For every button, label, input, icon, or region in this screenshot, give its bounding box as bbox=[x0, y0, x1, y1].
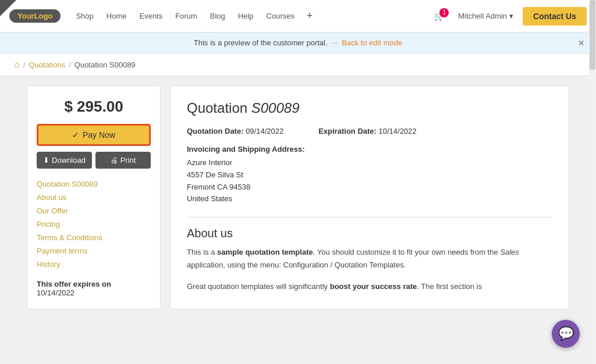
address-line3: Fremont CA 94538 bbox=[187, 181, 552, 194]
page-scrollbar[interactable] bbox=[589, 0, 596, 319]
about-p2-bold: boost your success rate bbox=[330, 282, 417, 291]
pay-now-label: Pay Now bbox=[83, 130, 115, 140]
nav-events[interactable]: Events bbox=[133, 8, 168, 24]
navbar: YourLogo Shop Home Events Forum Blog Hel… bbox=[0, 0, 596, 33]
print-button[interactable]: 🖨 Print bbox=[95, 152, 151, 169]
sidebar-about-link[interactable]: About us bbox=[37, 192, 151, 202]
about-p1-pre: This is a bbox=[187, 248, 217, 256]
info-row: Quotation Date: 09/14/2022 Expiration Da… bbox=[187, 127, 552, 135]
address-section: Invoicing and Shipping Address: Azure In… bbox=[187, 145, 552, 205]
nav-home[interactable]: Home bbox=[101, 8, 133, 24]
quotation-date: Quotation Date: 09/14/2022 bbox=[187, 127, 283, 135]
main-content: $ 295.00 ✓ Pay Now ⬇ Download 🖨 Print Qu… bbox=[13, 76, 583, 319]
nav-courses[interactable]: Courses bbox=[261, 8, 300, 24]
close-banner-button[interactable]: × bbox=[578, 37, 584, 49]
scroll-thumb[interactable] bbox=[590, 0, 595, 70]
preview-text: This is a preview of the customer portal… bbox=[194, 38, 328, 47]
quotation-date-label: Quotation Date: bbox=[187, 127, 244, 135]
about-p2-post: . The first section is bbox=[417, 282, 482, 291]
quotation-title-prefix: Quotation bbox=[187, 100, 251, 116]
address-line1: Azure Interior bbox=[187, 157, 552, 169]
address-line4: United States bbox=[187, 193, 552, 205]
pay-now-check-icon: ✓ bbox=[72, 130, 79, 140]
nav-help[interactable]: Help bbox=[232, 8, 260, 24]
quotation-title: Quotation S00089 bbox=[187, 100, 552, 116]
about-p1-italic: Sales bbox=[500, 248, 519, 256]
about-paragraph-2: Great quotation templates will significa… bbox=[187, 280, 552, 292]
expiry-label: This offer expires on bbox=[37, 280, 151, 288]
nav-blog[interactable]: Blog bbox=[204, 8, 231, 24]
user-name: Mitchell Admin bbox=[458, 12, 507, 20]
nav-forum[interactable]: Forum bbox=[169, 8, 203, 24]
breadcrumb-quotations[interactable]: Quotations bbox=[29, 60, 65, 69]
breadcrumb-current: Quotation S00089 bbox=[74, 60, 136, 69]
logo[interactable]: YourLogo bbox=[9, 9, 61, 23]
address-line2: 4557 De Silva St bbox=[187, 169, 552, 181]
sidebar-pricing-link[interactable]: Pricing bbox=[37, 219, 151, 229]
about-p2-pre: Great quotation templates will significa… bbox=[187, 282, 330, 291]
contact-button[interactable]: Contact Us bbox=[523, 7, 587, 26]
sidebar-payment-link[interactable]: Payment terms bbox=[37, 246, 151, 256]
add-nav-icon[interactable]: + bbox=[301, 8, 318, 24]
back-to-edit-link[interactable]: → Back to edit mode bbox=[331, 38, 403, 47]
expiration-date-value: 10/14/2022 bbox=[379, 127, 417, 135]
user-dropdown-icon: ▾ bbox=[509, 12, 513, 20]
right-panel: Quotation S00089 Quotation Date: 09/14/2… bbox=[170, 85, 569, 309]
back-link-text: Back to edit mode bbox=[342, 38, 402, 47]
price-amount: $ 295.00 bbox=[37, 98, 151, 116]
preview-banner: This is a preview of the customer portal… bbox=[0, 33, 596, 53]
about-paragraph-1: This is a sample quotation template. You… bbox=[187, 246, 552, 271]
breadcrumb-sep1: / bbox=[23, 60, 26, 69]
breadcrumb: ⌂ / Quotations / Quotation S00089 bbox=[0, 53, 596, 76]
left-panel: $ 295.00 ✓ Pay Now ⬇ Download 🖨 Print Qu… bbox=[27, 85, 161, 309]
cart-badge: 1 bbox=[439, 8, 449, 17]
home-icon[interactable]: ⌂ bbox=[14, 59, 20, 70]
expiry-date: 10/14/2022 bbox=[37, 288, 151, 297]
sidebar-history-link[interactable]: History bbox=[37, 259, 151, 269]
action-buttons: ⬇ Download 🖨 Print bbox=[37, 152, 151, 169]
sidebar-nav: Quotation S00089 About us Our Offer Pric… bbox=[37, 179, 151, 269]
address-heading: Invoicing and Shipping Address: bbox=[187, 145, 552, 154]
print-icon: 🖨 bbox=[111, 156, 118, 165]
nav-links: Shop Home Events Forum Blog Help Courses… bbox=[70, 8, 427, 24]
about-p1-bold: sample quotation template bbox=[217, 248, 313, 256]
print-label: Print bbox=[120, 156, 136, 165]
about-p1-post: . You should customize it to fit your ow… bbox=[313, 248, 501, 256]
divider bbox=[187, 217, 552, 217]
user-menu[interactable]: Mitchell Admin ▾ bbox=[458, 12, 513, 20]
quotation-title-italic: S00089 bbox=[251, 100, 300, 116]
expiration-date: Expiration Date: 10/14/2022 bbox=[318, 127, 416, 135]
about-title: About us bbox=[187, 227, 552, 240]
corner-decoration bbox=[0, 0, 16, 16]
logo-text: YourLogo bbox=[17, 12, 52, 20]
sidebar-offer-link[interactable]: Our Offer bbox=[37, 206, 151, 216]
sidebar-terms-link[interactable]: Terms & Conditions bbox=[37, 233, 151, 242]
download-button[interactable]: ⬇ Download bbox=[37, 152, 92, 169]
arrow-icon: → bbox=[331, 38, 339, 47]
pay-now-button[interactable]: ✓ Pay Now bbox=[37, 124, 151, 146]
download-icon: ⬇ bbox=[43, 156, 49, 165]
breadcrumb-sep2: / bbox=[69, 60, 71, 69]
sidebar-quotation-link[interactable]: Quotation S00089 bbox=[37, 179, 151, 189]
quotation-date-value: 09/14/2022 bbox=[246, 127, 283, 135]
expiration-date-label: Expiration Date: bbox=[318, 127, 377, 135]
download-label: Download bbox=[52, 156, 86, 165]
about-p1-post2: application, using the menu: Configurati… bbox=[187, 260, 406, 269]
cart-icon[interactable]: 🛒 1 bbox=[434, 12, 444, 21]
nav-shop[interactable]: Shop bbox=[70, 8, 99, 24]
